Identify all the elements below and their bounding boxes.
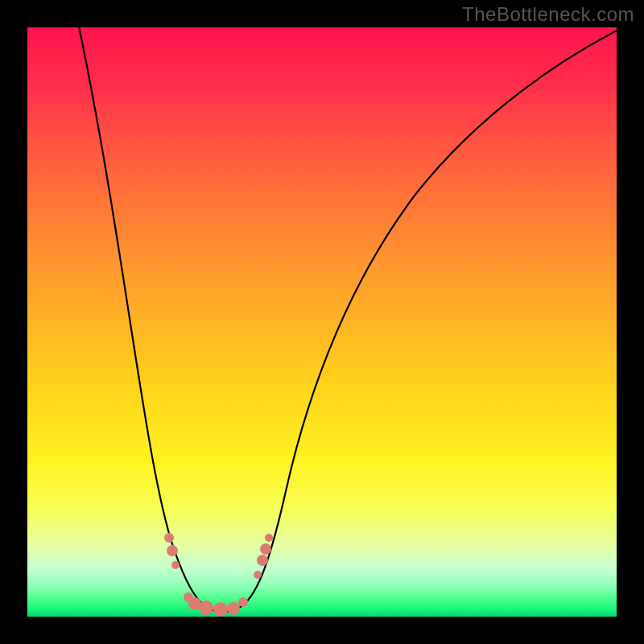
marker-dot [171, 561, 180, 569]
marker-dot [227, 602, 240, 615]
marker-dot [265, 534, 273, 542]
bottleneck-curve [76, 27, 617, 612]
marker-dot [199, 601, 213, 615]
marker-dot [257, 555, 268, 566]
marker-dot [213, 602, 228, 617]
marker-dot [164, 533, 174, 543]
figure-frame: TheBottleneck.com [0, 0, 644, 644]
plot-area [27, 27, 617, 617]
marker-dot [167, 545, 178, 556]
marker-dot [254, 571, 262, 579]
marker-dot [238, 597, 248, 607]
watermark-text: TheBottleneck.com [462, 3, 634, 26]
marker-dot [260, 543, 271, 555]
curve-layer [27, 27, 617, 617]
